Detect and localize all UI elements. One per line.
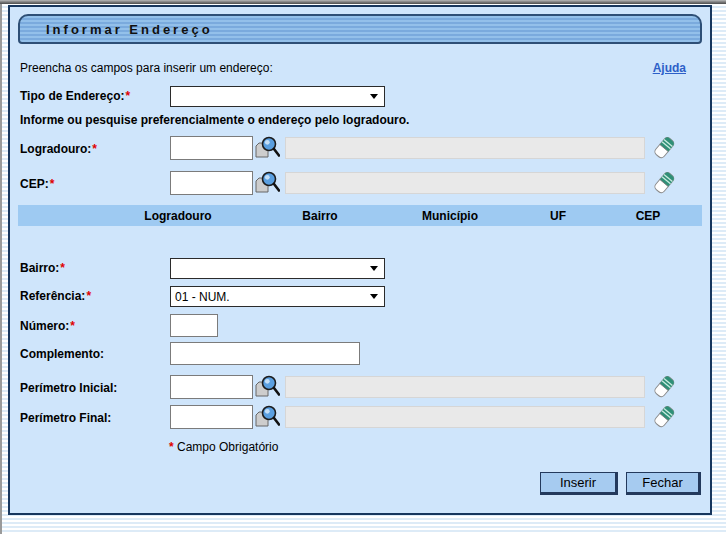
col-uf: UF <box>550 209 566 223</box>
fechar-button[interactable]: Fechar <box>626 472 701 495</box>
complemento-label: Complemento: <box>20 347 105 361</box>
search-icon[interactable] <box>254 135 280 161</box>
bairro-label: Bairro:* <box>20 261 65 275</box>
results-table-header: Logradouro Bairro Município UF CEP <box>18 205 702 226</box>
perimetro-final-display <box>285 406 645 428</box>
perimetro-final-input[interactable] <box>170 405 253 429</box>
dialog-titlebar: Informar Endereço <box>18 14 702 44</box>
required-asterisk: * <box>70 319 75 333</box>
col-municipio: Município <box>422 209 478 223</box>
col-logradouro: Logradouro <box>144 209 211 223</box>
perimetro-inicial-label: Perímetro Inicial: <box>20 381 118 395</box>
required-asterisk: * <box>125 89 130 103</box>
chevron-down-icon <box>370 294 378 299</box>
required-note-text: Campo Obrigatório <box>177 440 278 454</box>
required-asterisk: * <box>92 142 97 156</box>
perimetro-inicial-input[interactable] <box>170 375 253 399</box>
eraser-icon[interactable] <box>651 135 677 161</box>
complemento-input[interactable] <box>170 342 360 365</box>
col-cep: CEP <box>636 209 661 223</box>
cep-label: CEP:* <box>20 177 54 191</box>
numero-label: Número:* <box>20 319 75 333</box>
required-asterisk: * <box>169 440 174 454</box>
intro-text: Preencha os campos para inserir um ender… <box>20 61 273 75</box>
logradouro-display <box>285 137 645 159</box>
perimetro-inicial-display <box>285 376 645 398</box>
inserir-button[interactable]: Inserir <box>540 472 618 495</box>
referencia-select[interactable]: 01 - NUM. <box>170 286 385 307</box>
logradouro-input[interactable] <box>170 136 253 160</box>
window-left-strip <box>0 4 2 534</box>
required-asterisk: * <box>50 177 55 191</box>
required-asterisk: * <box>86 289 91 303</box>
bairro-select[interactable] <box>170 258 385 279</box>
informar-endereco-dialog: Informar Endereço Preencha os campos par… <box>8 5 712 515</box>
tipo-endereco-select[interactable] <box>170 86 385 107</box>
tipo-endereco-label: Tipo de Endereço:* <box>20 89 130 103</box>
window-top-strip <box>0 0 726 4</box>
eraser-icon[interactable] <box>651 170 677 196</box>
help-link[interactable]: Ajuda <box>653 61 686 75</box>
logradouro-label: Logradouro:* <box>20 142 97 156</box>
referencia-label: Referência:* <box>20 289 91 303</box>
perimetro-final-label: Perímetro Final: <box>20 411 112 425</box>
search-icon[interactable] <box>254 404 280 430</box>
cep-display <box>285 172 645 194</box>
eraser-icon[interactable] <box>651 374 677 400</box>
dialog-title: Informar Endereço <box>20 22 213 37</box>
col-bairro: Bairro <box>302 209 337 223</box>
chevron-down-icon <box>370 266 378 271</box>
chevron-down-icon <box>370 94 378 99</box>
cep-input[interactable] <box>170 171 253 195</box>
required-note: * Campo Obrigatório <box>168 440 278 454</box>
search-icon[interactable] <box>254 374 280 400</box>
numero-input[interactable] <box>170 314 218 337</box>
search-icon[interactable] <box>254 170 280 196</box>
referencia-value: 01 - NUM. <box>171 290 370 304</box>
required-asterisk: * <box>60 261 65 275</box>
instruction-text: Informe ou pesquise preferencialmente o … <box>20 113 409 127</box>
eraser-icon[interactable] <box>651 404 677 430</box>
